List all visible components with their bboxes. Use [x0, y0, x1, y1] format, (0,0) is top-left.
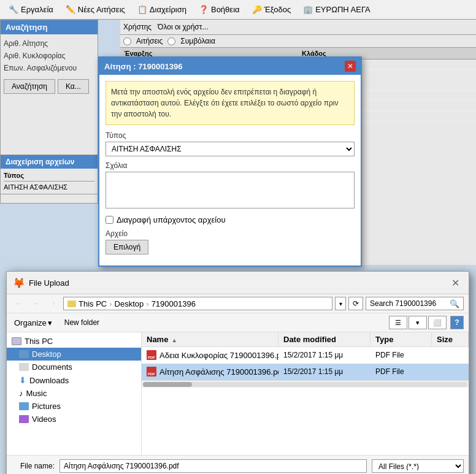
modal-close-button[interactable]: ✕ [345, 61, 356, 72]
menu-exit[interactable]: 🔑 Έξοδος [247, 2, 297, 17]
delete-checkbox[interactable] [106, 216, 113, 224]
sidebar-item-desktop[interactable]: Desktop [7, 348, 141, 361]
filename-input[interactable] [60, 459, 367, 473]
menu-tools[interactable]: 🔧 Εργαλεία [3, 2, 59, 17]
organize-dropdown-icon: ▾ [48, 318, 52, 327]
file-upload-title: File Upload [29, 278, 69, 288]
view-controls: ☰ ▾ ⬜ ? [389, 316, 464, 329]
comments-group: Σχόλια [106, 161, 355, 210]
new-folder-button[interactable]: New folder [60, 317, 104, 328]
file-dialog-bottom: File name: All Files (*.*) Open Cancel [7, 455, 469, 474]
menu-bar: 🔧 Εργαλεία ✏️ Νέες Αιτήσεις 📋 Διαχείριση… [0, 0, 476, 20]
menu-help-label: Βοήθεια [211, 5, 240, 14]
organize-button[interactable]: Organize ▾ [12, 317, 55, 329]
breadcrumb-folder-id: 7190001396 [152, 299, 196, 308]
dialog-help-button[interactable]: ? [450, 316, 464, 329]
search-field-arith-aitisis: Αριθ. Αίτησης [4, 37, 94, 50]
horizontal-scrollbar[interactable] [142, 380, 469, 388]
file-group: Αρχείο Επιλογή [106, 229, 355, 254]
file-size-cell [432, 354, 469, 356]
manage-col-type: Τύπος [4, 172, 94, 179]
select-file-button[interactable]: Επιλογή [106, 240, 148, 254]
file-type-cell: PDF File [370, 366, 432, 377]
file-dialog-organize-toolbar: Organize ▾ New folder ☰ ▾ ⬜ ? [7, 313, 469, 332]
file-list-header: Name ▲ Date modified Type Size [142, 332, 469, 347]
help-icon: ❓ [199, 5, 209, 14]
delete-checkbox-row: Διαγραφή υπάρχοντος αρχείου [106, 215, 355, 224]
menu-company[interactable]: 🏢 ΕΥΡΩΠΗ ΑΕΓΑ [298, 2, 375, 17]
documents-folder-icon [19, 363, 29, 371]
filter-requests-radio[interactable] [123, 37, 131, 45]
breadcrumb-dropdown-button[interactable]: ▾ [335, 297, 346, 310]
firefox-icon: 🦊 [13, 277, 25, 289]
type-label: Τύπος [106, 131, 355, 140]
view-details-dropdown[interactable]: ▾ [409, 316, 427, 329]
sidebar-item-documents[interactable]: Documents [7, 361, 141, 373]
refresh-button[interactable]: ⟳ [348, 297, 363, 310]
exit-icon: 🔑 [252, 5, 262, 14]
delete-label: Διαγραφή υπάρχοντος αρχείου [117, 215, 226, 224]
company-icon: 🏢 [303, 5, 313, 14]
sidebar-music-label: Music [26, 389, 47, 398]
file-label: Αρχείο [106, 229, 355, 238]
menu-help[interactable]: ❓ Βοήθεια [193, 2, 245, 17]
file-upload-dialog: 🦊 File Upload ✕ ← → ↑ This PC › Desktop … [6, 271, 469, 474]
up-button[interactable]: ↑ [46, 297, 61, 310]
file-dialog-titlebar: 🦊 File Upload ✕ [7, 272, 469, 294]
menu-new-label: Νέες Αιτήσεις [78, 5, 125, 14]
file-sidebar: This PC Desktop Documents ⬇ Downloads ♪ … [7, 332, 142, 455]
col-header-type[interactable]: Type [370, 332, 432, 346]
pc-icon [12, 337, 21, 345]
sidebar-item-videos[interactable]: Videos [7, 413, 141, 426]
pdf-file-icon: PDF [147, 367, 156, 377]
filter-contracts-radio[interactable] [167, 37, 175, 45]
file-dialog-close-button[interactable]: ✕ [448, 275, 463, 290]
pdf-file-icon: PDF [147, 350, 156, 360]
menu-new-requests[interactable]: ✏️ Νέες Αιτήσεις [60, 2, 131, 17]
col-header-name[interactable]: Name ▲ [142, 332, 278, 346]
forward-button[interactable]: → [29, 297, 44, 310]
sidebar-item-downloads[interactable]: ⬇ Downloads [7, 373, 141, 387]
file-date-cell: 15/2/2017 1:15 μμ [278, 350, 370, 361]
col-date-label: Date modified [283, 335, 336, 344]
col-header-size[interactable]: Size [432, 332, 469, 346]
breadcrumb-bar: This PC › Desktop › 7190001396 [63, 297, 332, 310]
scrollbar-thumb [143, 382, 192, 387]
breadcrumb-desktop: Desktop [115, 299, 144, 308]
sidebar-item-pictures[interactable]: Pictures [7, 400, 141, 413]
filetype-select[interactable]: All Files (*.*) [372, 459, 464, 473]
search-input[interactable] [370, 299, 443, 308]
sidebar-item-thispc[interactable]: This PC [7, 335, 141, 348]
sidebar-thispc-label: This PC [25, 337, 53, 346]
breadcrumb-sep2: › [146, 299, 148, 308]
sidebar-item-music[interactable]: ♪ Music [7, 387, 141, 400]
comments-textarea[interactable] [106, 172, 355, 208]
manage-panel: Διαχείριση αρχείων Τύπος ΑΙΤΗΣΗ ΑΣΦΑΛΙΣΗ… [0, 155, 98, 194]
file-list-area: Name ▲ Date modified Type Size PDF [142, 332, 469, 455]
file-date-cell: 15/2/2017 1:15 μμ [278, 366, 370, 377]
filter-user-label: Χρήστης [123, 23, 152, 31]
file-dialog-content: This PC Desktop Documents ⬇ Downloads ♪ … [7, 332, 469, 455]
menu-manage[interactable]: 📋 Διαχείριση [132, 2, 192, 17]
file-dialog-nav-toolbar: ← → ↑ This PC › Desktop › 7190001396 ▾ ⟳… [7, 294, 469, 313]
filename-row: File name: All Files (*.*) [12, 459, 464, 473]
search-field-arith-kykloforia: Αριθ. Κυκλοφορίας [4, 50, 94, 62]
type-select[interactable]: ΑΙΤΗΣΗ ΑΣΦΑΛΙΣΗΣ [106, 142, 355, 156]
col-header-date[interactable]: Date modified [278, 332, 370, 346]
search-field-eponimo: Επων. Ασφαλιζόμενου [4, 62, 94, 74]
manage-table-header: Τύπος [4, 172, 94, 182]
file-list-item[interactable]: PDF Αίτηση Ασφάλισης 7190001396.pdf 15/2… [142, 364, 469, 380]
sidebar-desktop-label: Desktop [32, 350, 61, 359]
view-list-button[interactable]: ☰ [389, 316, 407, 329]
search-button[interactable]: Αναζήτηση [4, 79, 55, 94]
file-list-item[interactable]: PDF Αδεια Κυκλοφορίας 7190001396.pdf 15/… [142, 347, 469, 364]
search-icon: 🔍 [450, 299, 459, 308]
comments-label: Σχόλια [106, 161, 355, 170]
menu-exit-label: Έξοδος [264, 5, 291, 14]
clear-button[interactable]: Κα... [58, 79, 89, 94]
aitisi-modal: Αίτηση : 7190001396 ✕ Μετά την αποστολή … [98, 56, 362, 267]
preview-pane-button[interactable]: ⬜ [428, 316, 447, 329]
scrollbar-track [143, 382, 467, 387]
back-button[interactable]: ← [12, 297, 26, 310]
menu-manage-label: Διαχείριση [150, 5, 186, 14]
